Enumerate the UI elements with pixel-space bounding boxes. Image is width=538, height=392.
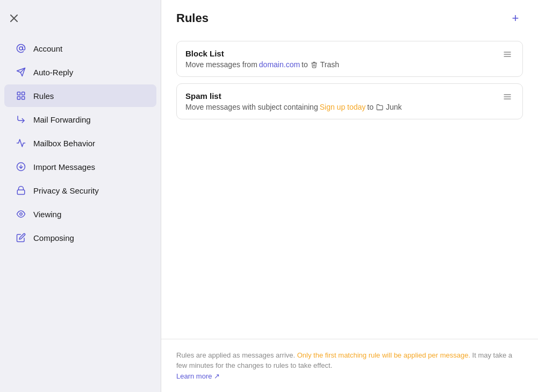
- rule-info-block-list: Block List Move messages from domain.com…: [185, 49, 339, 69]
- rule-desc-spam-text-1: Move messages with subject containing: [185, 103, 318, 111]
- footer-text-1: Rules are applied as messages arrive.: [176, 351, 297, 359]
- svg-rect-7: [17, 97, 20, 99]
- rules-content: Block List Move messages from domain.com…: [161, 34, 538, 339]
- sidebar-item-mailbox-behavior-label: Mailbox Behavior: [33, 139, 95, 148]
- rule-card-block-list[interactable]: Block List Move messages from domain.com…: [176, 41, 523, 77]
- folder-icon: [376, 104, 383, 111]
- sidebar-item-account-label: Account: [33, 44, 62, 53]
- learn-more-link[interactable]: Learn more ↗: [176, 372, 220, 380]
- rule-desc-spam-text-2: to: [367, 103, 374, 111]
- sidebar-item-composing-label: Composing: [33, 233, 74, 243]
- sidebar: Account Auto-Reply Rules Mail Forwarding: [0, 0, 161, 392]
- viewing-icon: [15, 208, 27, 220]
- footer-text: Rules are applied as messages arrive. On…: [176, 350, 523, 382]
- svg-point-11: [20, 213, 23, 216]
- rules-icon: [15, 90, 27, 102]
- footer-highlight: Only the first matching rule will be app…: [297, 351, 470, 359]
- rule-desc-subject: Sign up today: [320, 103, 366, 111]
- sidebar-item-account[interactable]: Account: [4, 37, 156, 60]
- trash-icon: [311, 61, 318, 68]
- at-icon: [15, 42, 27, 54]
- main-content: Rules + Block List Move messages from do…: [161, 0, 538, 392]
- sidebar-item-viewing[interactable]: Viewing: [4, 203, 156, 225]
- rule-desc-text-1: Move messages from: [185, 60, 257, 69]
- sidebar-item-privacy-security[interactable]: Privacy & Security: [4, 179, 156, 202]
- sidebar-item-mail-forwarding-label: Mail Forwarding: [33, 115, 91, 124]
- rules-list: Block List Move messages from domain.com…: [176, 41, 523, 187]
- rule-desc-trash: Trash: [320, 60, 339, 69]
- svg-rect-5: [17, 92, 20, 95]
- svg-rect-10: [17, 190, 25, 194]
- sidebar-item-privacy-security-label: Privacy & Security: [33, 186, 99, 195]
- sidebar-item-auto-reply-label: Auto-Reply: [33, 68, 73, 77]
- rule-desc-text-2: to: [302, 60, 308, 69]
- import-icon: [15, 161, 27, 173]
- sidebar-item-composing[interactable]: Composing: [4, 226, 156, 249]
- sidebar-item-viewing-label: Viewing: [33, 210, 61, 219]
- footer: Rules are applied as messages arrive. On…: [161, 339, 538, 393]
- svg-point-2: [19, 47, 23, 50]
- rule-desc-spam-list: Move messages with subject containing Si…: [185, 103, 402, 111]
- sidebar-item-import-messages-label: Import Messages: [33, 162, 95, 172]
- sidebar-item-auto-reply[interactable]: Auto-Reply: [4, 61, 156, 83]
- page-title: Rules: [176, 11, 209, 25]
- page-header: Rules +: [161, 0, 538, 34]
- svg-rect-8: [22, 97, 25, 99]
- rule-desc-domain: domain.com: [259, 60, 300, 69]
- svg-rect-6: [22, 92, 25, 95]
- composing-icon: [15, 232, 27, 244]
- sidebar-item-import-messages[interactable]: Import Messages: [4, 155, 156, 178]
- close-button[interactable]: [9, 13, 19, 24]
- rule-info-spam-list: Spam list Move messages with subject con…: [185, 91, 402, 111]
- rule-card-spam-list[interactable]: Spam list Move messages with subject con…: [176, 83, 523, 119]
- rule-name-block-list: Block List: [185, 49, 339, 58]
- sidebar-item-mail-forwarding[interactable]: Mail Forwarding: [4, 108, 156, 131]
- sidebar-item-rules[interactable]: Rules: [4, 84, 156, 107]
- privacy-icon: [15, 184, 27, 196]
- rule-menu-block-list[interactable]: [501, 49, 514, 62]
- rule-desc-junk: Junk: [386, 103, 402, 111]
- rule-menu-spam-list[interactable]: [501, 91, 514, 104]
- add-rule-button[interactable]: +: [508, 11, 523, 26]
- forward-icon: [15, 113, 27, 125]
- sidebar-item-mailbox-behavior[interactable]: Mailbox Behavior: [4, 132, 156, 154]
- rule-desc-block-list: Move messages from domain.com to Trash: [185, 60, 339, 69]
- rule-name-spam-list: Spam list: [185, 91, 402, 101]
- send-icon: [15, 66, 27, 78]
- mailbox-icon: [15, 137, 27, 149]
- sidebar-item-rules-label: Rules: [33, 91, 54, 101]
